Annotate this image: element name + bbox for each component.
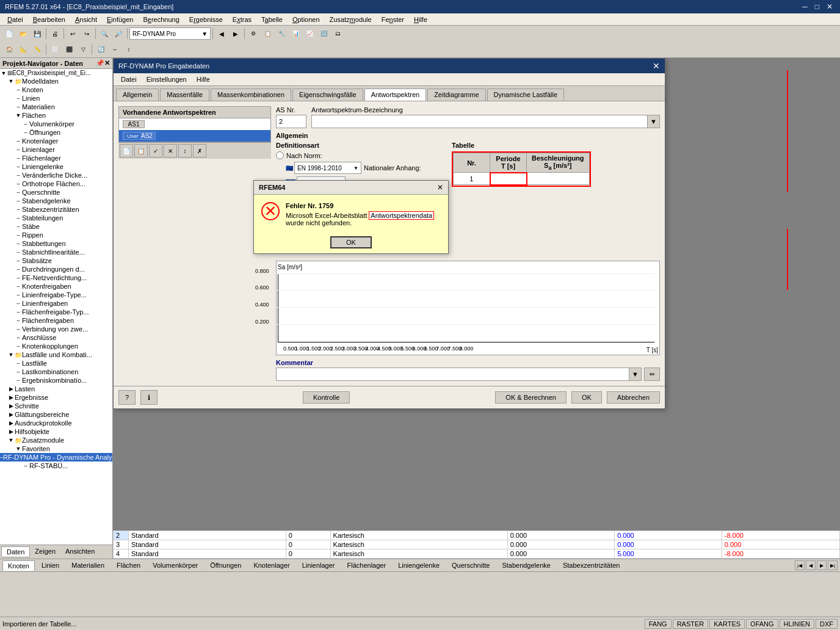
footer-abbrechen-btn[interactable]: Abbrechen [607,391,660,404]
toolbar-extra-7[interactable]: 🗂 [331,27,344,40]
bottom-tab-volumenkoerper[interactable]: Volumenkörper [147,560,203,571]
toolbar-s-9[interactable]: ↕ [122,43,136,56]
nav-item-knotenkopplungen[interactable]: – Knotenkopplungen [0,342,112,350]
bottom-tab-stabendgelenke[interactable]: Stabendgelenke [496,560,556,571]
nav-item-linien[interactable]: – Linien [0,94,112,103]
status-hlinien[interactable]: HLINIEN [780,619,814,629]
tab-nav-first[interactable]: |◀ [795,560,805,570]
maximize-btn[interactable]: □ [813,2,822,11]
nav-item-stabteilungen[interactable]: – Stabteilungen [0,214,112,222]
status-dxf[interactable]: DXF [816,619,838,629]
bottom-tab-stabexzentrizitaeten[interactable]: Stabexzentrizitäten [557,560,626,571]
bezeichnung-dropdown-btn[interactable]: ▼ [648,115,660,128]
nav-item-linienfreigabe-type[interactable]: – Linienfreigabe-Type... [0,291,112,299]
footer-ok-berechnen-btn[interactable]: OK & Berechnen [495,391,567,404]
nav-item-ausdruckprotokolle[interactable]: ▶ Ausdruckprotokolle [0,419,112,427]
nav-item-volumenkoerper[interactable]: – Volumenkörper [0,120,112,128]
nav-item-flaechenfreigabe-typ[interactable]: – Flächenfreigabe-Typ... [0,308,112,316]
norm-select[interactable]: EN 1998-1:2010 ▼ [294,162,361,174]
kommentar-input[interactable] [276,368,629,381]
toolbar-zoom-btn[interactable]: 🔎 [112,27,125,40]
toolbar-btn-nav-right[interactable]: ▶ [229,27,242,40]
bottom-tab-linienlager[interactable]: Linienlager [297,560,341,571]
bottom-tab-flaechen[interactable]: Flächen [111,560,146,571]
menu-fenster[interactable]: Fenster [377,15,409,24]
status-fang[interactable]: FANG [645,619,672,629]
cell-beschleunigung-1[interactable] [527,173,590,185]
toolbar-s-7[interactable]: 🔄 [94,43,107,56]
toolbar-s-1[interactable]: 🏠 [2,43,16,56]
nav-item-linienlager[interactable]: – Linienlager [0,145,112,154]
tab-nav-next[interactable]: ▶ [817,560,827,570]
title-controls[interactable]: ─ □ ✕ [800,2,835,11]
menu-ergebnisse[interactable]: Ergebnisse [184,15,228,24]
menu-hilfe[interactable]: Hilfe [409,15,432,24]
nav-item-knotenlager[interactable]: – Knotenlager [0,137,112,145]
nav-tab-zeigen[interactable]: Zeigen [30,546,60,557]
toolbar-btn-nav-left[interactable]: ◀ [215,27,228,40]
nav-item-rippen[interactable]: – Rippen [0,231,112,239]
nav-bottom-tabs[interactable]: Daten Zeigen Ansichten [0,545,112,559]
toolbar-extra-1[interactable]: ⚙ [247,27,260,40]
nav-item-staebe[interactable]: – Stäbe [0,222,112,231]
bottom-tab-linien[interactable]: Linien [36,560,65,571]
spectrum-item-as1[interactable]: AS1 [119,118,270,130]
minimize-btn[interactable]: ─ [800,2,810,11]
toolbar-module-dropdown[interactable]: RF-DYNAM Pro ▼ [129,27,211,40]
bottom-tab-oeffnungen[interactable]: Öffnungen [205,560,247,571]
toolbar-search-btn[interactable]: 🔍 [98,27,111,40]
toolbar-s-3[interactable]: 📏 [31,43,44,56]
toolbar-undo-btn[interactable]: ↩ [66,27,79,40]
nav-item-hilfsobjekte[interactable]: ▶ Hilfsobjekte [0,427,112,436]
kommentar-dropdown-btn[interactable]: ▼ [629,368,642,381]
menu-berechnung[interactable]: Berechnung [138,15,184,24]
close-btn[interactable]: ✕ [824,2,835,11]
nach-norm-label[interactable]: Nach Norm: [286,152,322,159]
list-btn-copy[interactable]: 📋 [134,144,148,158]
toolbar-s-8[interactable]: ↔ [108,43,121,56]
nav-item-lastfaelle-group[interactable]: ▼ 📁 Lastfälle und Kombati... [0,350,112,359]
menu-tabelle[interactable]: Tabelle [256,15,288,24]
toolbar-extra-2[interactable]: 📋 [261,27,274,40]
nav-item-lastfaelle[interactable]: – Lastfälle [0,359,112,368]
nav-item-materialien[interactable]: – Materialien [0,103,112,111]
error-ok-btn[interactable]: OK [330,236,372,248]
cell-periode-1[interactable] [490,173,527,185]
toolbar-s-5[interactable]: ⬛ [62,43,76,56]
footer-kontrolle-btn[interactable]: Kontrolle [303,391,350,404]
nav-item-stabbettungen[interactable]: – Stabbettungen [0,239,112,248]
nav-item-flaechenfreigaben[interactable]: – Flächenfreigaben [0,316,112,325]
nav-item-modelldaten[interactable]: ▼ 📁 Modelldaten [0,77,112,85]
nav-item-querschnitte[interactable]: – Querschnitte [0,188,112,197]
nav-tab-ansichten[interactable]: Ansichten [60,546,100,557]
nav-item-stabnichtlin[interactable]: – Stabnichtlinearitäte... [0,248,112,256]
footer-help-btn[interactable]: ? [118,390,136,405]
nav-item-orthotrope[interactable]: – Orthotrope Flächen... [0,179,112,188]
nav-item-knotenfreigaben[interactable]: – Knotenfreigaben [0,282,112,291]
tab-allgemein[interactable]: Allgemein [116,89,159,101]
menu-zusatzmodule[interactable]: Zusatzmodule [325,15,377,24]
toolbar-open-btn[interactable]: 📂 [16,27,30,40]
status-kartes[interactable]: KARTES [709,619,745,629]
bottom-tab-materialien[interactable]: Materialien [66,560,110,571]
menu-einfuegen[interactable]: Einfügen [102,15,138,24]
menu-bearbeiten[interactable]: Bearbeiten [28,15,70,24]
nav-item-stabendgelenke[interactable]: – Stabendgelenke [0,197,112,205]
spectrum-item-as2[interactable]: UserAS2 [119,130,270,142]
footer-info-btn[interactable]: ℹ [140,390,158,405]
nav-content[interactable]: ▼ ⊞ EC8_Praxisbeispiel_mit_Ei... ▼ 📁 Mod… [0,69,112,545]
bezeichnung-input[interactable] [311,115,648,128]
bottom-tab-flaechenlager[interactable]: Flächenlager [342,560,392,571]
toolbar-extra-6[interactable]: 🔢 [317,27,330,40]
nav-item-schnitte[interactable]: ▶ Schnitte [0,402,112,410]
nav-item-flaechenlager[interactable]: – Flächenlager [0,154,112,162]
dialog-menu-einstellungen[interactable]: Einstellungen [142,74,192,84]
bottom-tab-querschnitte[interactable]: Querschnitte [446,560,495,571]
nav-item-veraenderliche[interactable]: – Veränderliche Dicke... [0,171,112,179]
nav-item-zusatzmodule[interactable]: ▼ 📁 Zusatzmodule [0,436,112,444]
nav-item-fe[interactable]: – FE-Netzverdichtung... [0,273,112,282]
nav-item-anschluesse[interactable]: – Anschlüsse [0,333,112,342]
nach-norm-radio[interactable] [276,151,284,159]
nav-item-verbindung[interactable]: – Verbindung von zwe... [0,325,112,333]
tab-zeitdiagramme[interactable]: Zeitdiagramme [427,89,485,101]
